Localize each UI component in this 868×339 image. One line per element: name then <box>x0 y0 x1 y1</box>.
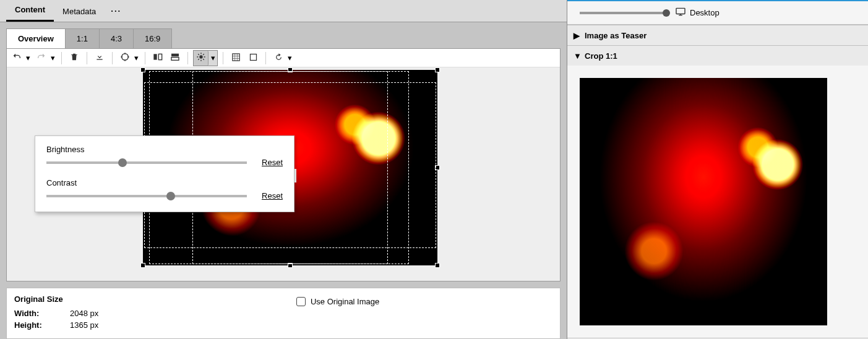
toolbar-separator <box>112 52 113 64</box>
original-size-title: Original Size <box>14 294 98 304</box>
contrast-slider[interactable] <box>46 195 247 197</box>
crop-free-icon <box>249 53 258 64</box>
rotate-icon <box>274 53 283 64</box>
toolbar-separator <box>145 52 145 64</box>
crop-ratio-tabs: Overview 1:1 4:3 16:9 <box>6 28 561 48</box>
svg-rect-3 <box>171 54 179 57</box>
accordion-body-crop11 <box>567 66 868 338</box>
brightness-contrast-group: ▾ <box>193 50 218 66</box>
undo-icon <box>12 52 22 64</box>
svg-point-5 <box>199 55 202 58</box>
trash-icon <box>70 53 79 63</box>
device-preview-slider-row: Desktop <box>567 1 868 25</box>
image-canvas[interactable]: Brightness Reset Contrast <box>7 67 560 281</box>
desktop-icon <box>675 7 686 18</box>
original-size-block: Original Size Width:2048 px Height:1365 … <box>14 294 98 332</box>
brightness-icon <box>196 52 206 64</box>
trash-button[interactable] <box>67 51 82 66</box>
accordion-header-crop11[interactable]: ▼ Crop 1:1 <box>567 46 868 66</box>
accordion-header-teaser[interactable]: ▶ Image as Teaser <box>567 25 868 45</box>
flip-horizontal-button[interactable] <box>150 51 165 66</box>
focus-icon <box>120 52 130 64</box>
device-slider-thumb[interactable] <box>663 9 670 17</box>
svg-rect-7 <box>250 54 256 60</box>
svg-rect-4 <box>171 58 179 61</box>
crop-grid-button[interactable] <box>228 51 243 66</box>
subtab-1-1[interactable]: 1:1 <box>65 28 100 48</box>
image-toolbar: ▾ ▾ ▾ <box>7 49 560 67</box>
accordion-title-crop11: Crop 1:1 <box>585 51 617 61</box>
svg-rect-1 <box>153 54 157 59</box>
brightness-contrast-popup: Brightness Reset Contrast <box>35 135 294 212</box>
toolbar-separator <box>61 52 62 64</box>
svg-rect-9 <box>676 8 685 14</box>
accordion-crop-1-1: ▼ Crop 1:1 <box>567 45 868 338</box>
accordion-image-as-teaser: ▶ Image as Teaser <box>567 25 868 45</box>
flip-vertical-icon <box>170 53 180 63</box>
tab-more-dots-icon[interactable]: ··· <box>105 0 127 22</box>
tab-metadata[interactable]: Metadata <box>54 1 105 22</box>
crop-preview-1-1 <box>580 78 827 325</box>
rotate-button[interactable] <box>271 51 286 66</box>
brightness-reset-link[interactable]: Reset <box>262 158 283 167</box>
undo-dropdown-caret-icon[interactable]: ▾ <box>24 51 32 66</box>
flip-horizontal-icon <box>153 53 163 63</box>
preview-right-panel: Desktop ▶ Image as Teaser ▼ Crop 1:1 <box>567 0 868 339</box>
brightness-label: Brightness <box>46 145 283 154</box>
device-label: Desktop <box>690 8 720 17</box>
height-label: Height: <box>14 320 51 330</box>
brightness-contrast-button[interactable] <box>194 51 208 66</box>
editor-panel: ▾ ▾ ▾ <box>6 48 561 281</box>
accordion-title-teaser: Image as Teaser <box>585 31 647 40</box>
crop-grid-icon <box>231 53 241 64</box>
toolbar-separator <box>187 52 188 64</box>
brightness-slider-thumb[interactable] <box>118 158 127 167</box>
svg-rect-2 <box>158 54 161 59</box>
tab-content[interactable]: Content <box>6 0 54 22</box>
toolbar-separator <box>87 52 87 64</box>
contrast-reset-link[interactable]: Reset <box>262 191 283 200</box>
content-area: Overview 1:1 4:3 16:9 ▾ ▾ <box>0 22 567 339</box>
svg-rect-6 <box>232 53 239 60</box>
flip-vertical-button[interactable] <box>168 51 183 66</box>
chevron-right-icon: ▶ <box>574 31 580 40</box>
download-icon <box>95 53 104 63</box>
download-button[interactable] <box>92 51 107 66</box>
chevron-down-icon: ▼ <box>574 51 580 61</box>
undo-button[interactable] <box>9 51 24 66</box>
brightness-dropdown-caret-icon[interactable]: ▾ <box>208 53 217 62</box>
width-label: Width: <box>14 309 51 318</box>
contrast-label: Contrast <box>46 178 283 187</box>
editor-left-panel: Content Metadata ··· Overview 1:1 4:3 16… <box>0 0 567 339</box>
subtab-4-3[interactable]: 4:3 <box>99 28 134 48</box>
toolbar-separator <box>223 52 223 64</box>
focus-dropdown-caret-icon[interactable]: ▾ <box>132 51 140 66</box>
redo-button <box>34 51 49 66</box>
focus-point-button[interactable] <box>118 51 132 66</box>
subtab-16-9[interactable]: 16:9 <box>133 28 172 48</box>
brightness-slider[interactable] <box>46 161 247 164</box>
width-value: 2048 px <box>70 309 98 318</box>
image-info-panel: Original Size Width:2048 px Height:1365 … <box>6 288 561 339</box>
subtab-overview[interactable]: Overview <box>6 28 66 48</box>
redo-dropdown-caret-icon: ▾ <box>49 51 56 66</box>
contrast-slider-thumb[interactable] <box>166 192 175 200</box>
height-value: 1365 px <box>70 320 98 330</box>
device-slider[interactable] <box>580 12 666 14</box>
use-original-checkbox[interactable] <box>296 297 306 306</box>
toolbar-separator <box>265 52 266 64</box>
rotate-dropdown-caret-icon[interactable]: ▾ <box>286 51 293 66</box>
crop-free-button[interactable] <box>246 51 260 66</box>
main-tabs: Content Metadata ··· <box>0 0 567 22</box>
use-original-label: Use Original Image <box>311 297 379 306</box>
svg-point-0 <box>122 54 129 61</box>
redo-icon <box>37 52 46 64</box>
